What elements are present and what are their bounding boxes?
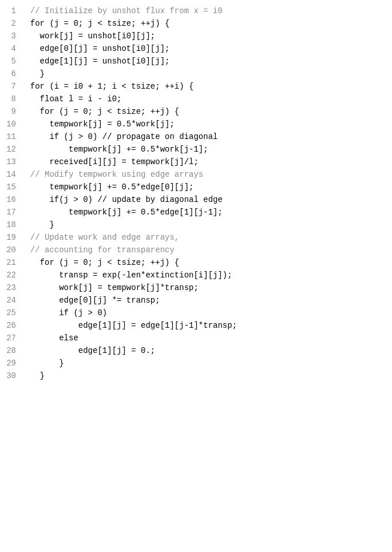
code-line: received[i][j] = tempwork[j]/l;: [21, 156, 386, 168]
line-number: 28: [5, 344, 16, 357]
code-line: }: [21, 370, 386, 382]
code-line: work[j] = unshot[i0][j];: [21, 30, 386, 42]
line-number: 2: [5, 17, 16, 30]
line-number: 15: [5, 181, 16, 193]
code-line: edge[1][j] = edge[1][j-1]*transp;: [21, 319, 386, 332]
line-number: 27: [5, 332, 16, 344]
code-line: // Initialize by unshot flux from x = i0: [21, 5, 386, 17]
code-line: }: [21, 357, 386, 370]
line-number: 21: [5, 256, 16, 269]
code-line: for (j = 0; j < tsize; ++j) {: [21, 17, 386, 30]
code-line: float l = i - i0;: [21, 93, 386, 105]
code-line: }: [21, 67, 386, 80]
code-line: if(j > 0) // update by diagonal edge: [21, 193, 386, 206]
line-number: 22: [5, 269, 16, 281]
line-number: 1: [5, 5, 16, 17]
code-line: tempwork[j] = 0.5*work[j];: [21, 118, 386, 130]
code-line: for (j = 0; j < tsize; ++j) {: [21, 256, 386, 269]
code-line: }: [21, 219, 386, 231]
code-line: edge[0][j] = unshot[i0][j];: [21, 42, 386, 55]
code-line: // Update work and edge arrays,: [21, 231, 386, 244]
code-line: edge[0][j] *= transp;: [21, 294, 386, 307]
line-number: 3: [5, 30, 16, 42]
line-number: 11: [5, 130, 16, 143]
line-number: 6: [5, 67, 16, 80]
line-number: 20: [5, 244, 16, 256]
code-content[interactable]: // Initialize by unshot flux from x = i0…: [21, 5, 392, 382]
code-line: // accounting for transparency: [21, 244, 386, 256]
line-number: 7: [5, 80, 16, 93]
code-line: if (j > 0) // propagate on diagonal: [21, 130, 386, 143]
line-number: 9: [5, 105, 16, 118]
line-number: 5: [5, 55, 16, 67]
line-number: 4: [5, 42, 16, 55]
code-line: edge[1][j] = unshot[i0][j];: [21, 55, 386, 67]
line-number: 17: [5, 206, 16, 219]
code-line: transp = exp(-len*extinction[i][j]);: [21, 269, 386, 281]
line-number: 13: [5, 156, 16, 168]
code-line: tempwork[j] += 0.5*edge[1][j-1];: [21, 206, 386, 219]
line-number: 14: [5, 168, 16, 181]
line-number-column: 1234567891011121314151617181920212223242…: [0, 5, 21, 382]
code-line: // Modify tempwork using edge arrays: [21, 168, 386, 181]
line-number: 25: [5, 307, 16, 319]
line-number: 29: [5, 357, 16, 370]
line-number: 12: [5, 143, 16, 156]
code-line: edge[1][j] = 0.;: [21, 344, 386, 357]
line-number: 8: [5, 93, 16, 105]
code-line: for (i = i0 + 1; i < tsize; ++i) {: [21, 80, 386, 93]
code-line: tempwork[j] += 0.5*work[j-1];: [21, 143, 386, 156]
line-number: 24: [5, 294, 16, 307]
line-number: 16: [5, 193, 16, 206]
code-line: if (j > 0): [21, 307, 386, 319]
code-line: else: [21, 332, 386, 344]
line-number: 10: [5, 118, 16, 130]
code-line: work[j] = tempwork[j]*transp;: [21, 281, 386, 294]
line-number: 26: [5, 319, 16, 332]
line-number: 18: [5, 219, 16, 231]
code-viewer: 1234567891011121314151617181920212223242…: [0, 0, 392, 387]
line-number: 23: [5, 281, 16, 294]
line-number: 19: [5, 231, 16, 244]
line-number: 30: [5, 370, 16, 382]
code-line: tempwork[j] += 0.5*edge[0][j];: [21, 181, 386, 193]
code-line: for (j = 0; j < tsize; ++j) {: [21, 105, 386, 118]
